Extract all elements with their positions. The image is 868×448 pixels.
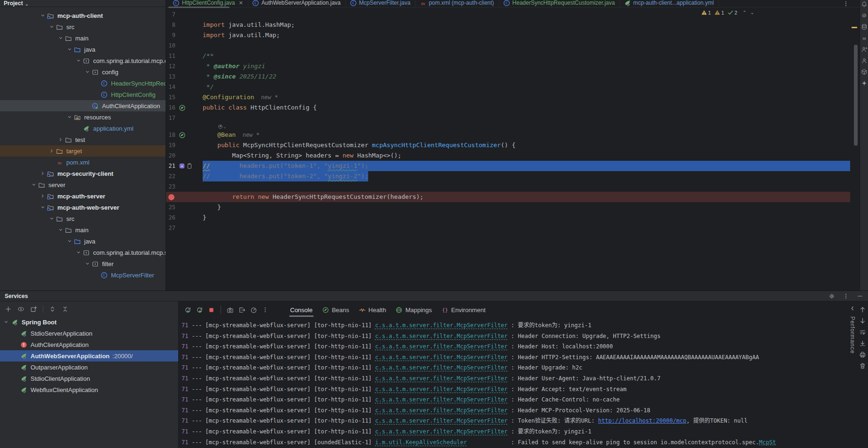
chevron-down-icon[interactable] [47, 24, 56, 30]
sparkle-icon[interactable] [861, 80, 868, 86]
code-line-13[interactable]: 13 * @since 2025/11/22 [166, 71, 850, 82]
thread-dump-icon[interactable] [227, 307, 234, 314]
gutter[interactable]: 19 [166, 140, 203, 150]
chevron-right-icon[interactable] [39, 193, 47, 199]
kebab-icon[interactable] [262, 307, 268, 313]
detach-icon[interactable] [238, 307, 245, 314]
preview-icon[interactable] [17, 306, 24, 313]
console-tab-beans[interactable]: Beans [317, 303, 354, 317]
open-in-new-tab-icon[interactable] [30, 306, 37, 313]
build-icon[interactable] [861, 69, 868, 75]
gutter[interactable]: 9 [166, 30, 203, 40]
project-tree-item-resources[interactable]: resources [0, 111, 166, 123]
rerun-debug-icon[interactable] [196, 307, 203, 314]
gutter[interactable]: 8 [166, 20, 203, 30]
scroll-end-icon[interactable] [859, 340, 866, 347]
gutter[interactable]: 10 [166, 40, 203, 51]
project-tree-item-filter[interactable]: filter [0, 258, 166, 269]
rerun-icon[interactable] [184, 307, 191, 314]
project-tree-item-src[interactable]: src [0, 213, 166, 224]
log-url-link[interactable]: http://localhost:20000/mcp [598, 417, 687, 424]
project-tree-item-mcp-security-client[interactable]: mcp-security-client [0, 168, 166, 179]
log-logger-link[interactable]: c.s.a.t.m.server.filter.McpServerFilter [375, 343, 508, 350]
inspections-widget[interactable]: 1 1 2 ⌃⌄ [698, 9, 757, 16]
log-logger-link[interactable]: c.s.a.t.m.server.filter.McpServerFilter [375, 407, 508, 414]
code-editor[interactable]: 78import java.util.HashMap;9import java.… [166, 8, 850, 291]
code-line-15[interactable]: 15@Configuration new * [166, 92, 850, 102]
warning-badge-a[interactable]: 1 [701, 9, 711, 16]
project-header[interactable]: Project ⌄ [0, 0, 166, 7]
maven-tool-icon[interactable]: m [861, 35, 868, 41]
code-line-11[interactable]: 11/** [166, 51, 850, 61]
gutter[interactable]: 16 [166, 102, 203, 113]
code-line-8[interactable]: 8import java.util.HashMap; [166, 20, 850, 30]
project-tree-item-com-spring-ai-tutorial-mcp-client[interactable]: com.spring.ai.tutorial.mcp.client [0, 55, 166, 66]
code-line-27[interactable]: 27 [166, 223, 850, 233]
project-tree-item-headersynchttprequestcustomizer[interactable]: CHeaderSyncHttpRequestCustomizer [0, 78, 166, 89]
chevron-down-icon[interactable] [65, 114, 74, 120]
close-icon[interactable]: ✕ [239, 0, 243, 6]
code-line-26[interactable]: 26} [166, 212, 850, 223]
code-line-23[interactable]: 23 [166, 181, 850, 192]
project-tree-item-java[interactable]: java [0, 44, 166, 55]
log-logger-link[interactable]: c.s.a.t.m.server.filter.McpServerFilter [375, 364, 508, 371]
chevron-down-icon[interactable] [56, 227, 65, 233]
warning-badge-b[interactable]: 1 [714, 9, 724, 16]
project-tree-item-main[interactable]: main [0, 224, 166, 236]
print-icon[interactable] [859, 351, 866, 358]
project-tree-item-main[interactable]: main [0, 32, 166, 44]
log-class-link[interactable]: McpSt [759, 439, 776, 446]
editor-tab-headersynchttprequestcustomizer-java[interactable]: CHeaderSyncHttpRequestCustomizer.java [499, 0, 620, 7]
service-item-spring-boot[interactable]: Spring Boot [0, 316, 178, 328]
ai-icon[interactable]: ✦ [179, 163, 185, 169]
log-logger-link[interactable]: c.s.a.t.m.server.filter.McpServerFilter [375, 375, 508, 382]
profiler-icon[interactable] [250, 307, 257, 314]
editor-tab-mcp-auth-client-application-yml[interactable]: mcp-auth-client...application.yml [620, 0, 719, 7]
bean-icon[interactable] [179, 132, 186, 139]
chevron-down-icon[interactable] [74, 58, 83, 63]
editor-scrollbar[interactable] [854, 45, 858, 146]
chevron-down-icon[interactable] [83, 69, 92, 75]
performance-strip[interactable]: Performance [849, 305, 856, 354]
code-line-12[interactable]: 12 * @author yingzi [166, 61, 850, 71]
gutter[interactable]: 21✦ [166, 161, 203, 171]
chevron-down-icon[interactable] [39, 204, 47, 210]
service-item-webfluxclientapplication[interactable]: WebfluxClientApplication [0, 384, 178, 395]
gutter[interactable]: 27 [166, 223, 203, 233]
gutter[interactable]: 13 [166, 71, 203, 82]
ok-badge[interactable]: 2 [727, 9, 737, 16]
project-tree-item-java[interactable]: java [0, 236, 166, 247]
gutter[interactable]: 25 [166, 202, 203, 212]
project-tree-item-com-spring-ai-tutorial-mcp-server[interactable]: com.spring.ai.tutorial.mcp.server [0, 247, 166, 258]
console-tab-health[interactable]: Health [354, 303, 391, 317]
code-line-19[interactable]: 19 public McpSyncHttpClientRequestCustom… [166, 140, 850, 150]
code-line-9[interactable]: 9import java.util.Map; [166, 30, 850, 40]
error-stripe[interactable] [850, 8, 860, 291]
gutter[interactable]: 26 [166, 212, 203, 223]
console-tab-environment[interactable]: {}Environment [437, 303, 490, 317]
chevron-down-icon[interactable] [30, 182, 38, 188]
chevron-down-icon[interactable] [3, 319, 11, 325]
arrow-down-icon[interactable] [859, 317, 866, 324]
add-icon[interactable] [5, 306, 12, 313]
code-line-14[interactable]: 14 */ [166, 82, 850, 92]
gutter[interactable]: 15 [166, 92, 203, 102]
performance-tab-label[interactable]: Performance [849, 316, 856, 354]
chevron-down-icon[interactable] [39, 13, 47, 18]
warning-stripe-mark[interactable] [852, 27, 857, 28]
editor-tab-authwebserverapplication-java[interactable]: CAuthWebServerApplication.java [248, 0, 346, 7]
chevron-down-icon[interactable] [83, 261, 92, 267]
project-tree-item-config[interactable]: config [0, 66, 166, 78]
service-item-authclientapplication[interactable]: AuthClientApplication [0, 339, 178, 350]
console-tab-mappings[interactable]: Mappings [391, 303, 436, 317]
gutter[interactable]: 17 [166, 113, 203, 123]
code-line-22[interactable]: 22// headers.put("token-2", "yingzi-2"); [166, 171, 850, 181]
project-tree-item-application-yml[interactable]: application.yml [0, 123, 166, 134]
project-tree-item-pom-xml[interactable]: mpom.xml [0, 157, 166, 168]
tab-list-kebab-icon[interactable] [843, 0, 849, 7]
code-line-21[interactable]: 21✦// headers.put("token-1", "yingzi-1")… [166, 161, 850, 171]
log-logger-link[interactable]: c.s.a.t.m.server.filter.McpServerFilter [375, 333, 508, 339]
project-tree-item-authclientapplication[interactable]: CAuthClientApplication [0, 100, 166, 111]
console-tab-console[interactable]: Console [285, 303, 317, 317]
log-logger-link[interactable]: i.m.util.KeepAliveScheduler [375, 439, 467, 446]
